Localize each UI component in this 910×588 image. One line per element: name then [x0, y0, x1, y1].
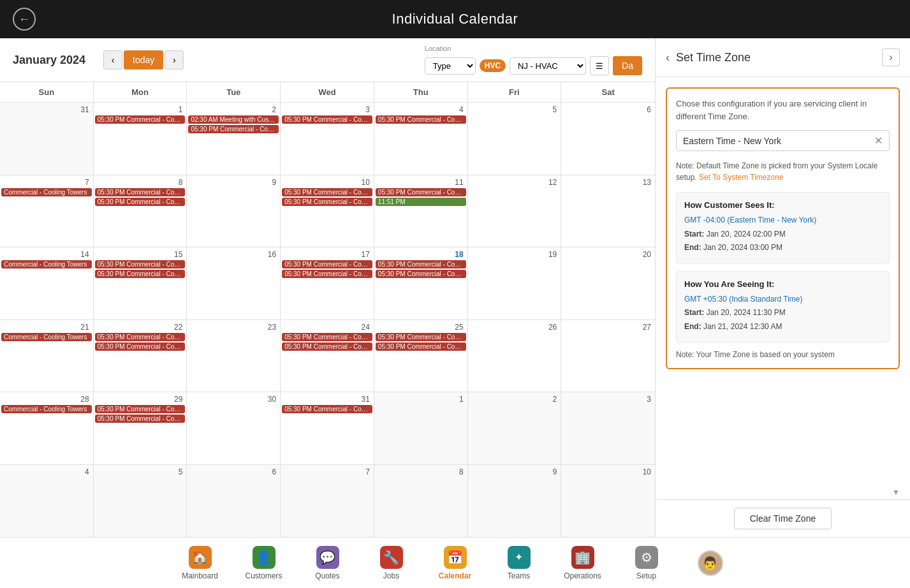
calendar-day[interactable]: 10 — [561, 465, 655, 538]
nav-item-calendar[interactable]: 📅 Calendar — [423, 541, 487, 585]
calendar-event[interactable]: Commercial - Cooling Towers — [1, 405, 92, 413]
calendar-day[interactable]: 6 — [187, 465, 281, 538]
calendar-day[interactable]: 8 — [374, 465, 468, 538]
location-select[interactable]: NJ - HVAC — [510, 57, 586, 75]
calendar-day[interactable]: 21Commercial - Cooling Towers — [0, 320, 94, 392]
timezone-input[interactable] — [683, 136, 874, 146]
set-to-system-timezone-link[interactable]: Set To System Timezone — [699, 173, 784, 182]
calendar-day[interactable]: 7 — [281, 465, 374, 538]
calendar-day[interactable]: 1705:30 PM Commercial - Cooling Towers05… — [281, 247, 374, 320]
calendar-day[interactable]: 105:30 PM Commercial - Cooling Towers — [94, 103, 187, 175]
calendar-event[interactable]: 05:30 PM Commercial - Cooling Towers — [376, 260, 466, 268]
calendar-day[interactable]: 1005:30 PM Commercial - Cooling Towers05… — [281, 175, 374, 247]
clear-timezone-button[interactable]: Clear Time Zone — [734, 508, 832, 529]
calendar-event[interactable]: 05:30 PM Commercial - Cooling Towers — [95, 333, 186, 341]
calendar-event[interactable]: 05:30 PM Commercial - Cooling Towers — [282, 188, 372, 196]
nav-item-quotes[interactable]: 💬 Quotes — [296, 541, 360, 585]
calendar-event[interactable]: Commercial - Cooling Towers — [1, 188, 92, 196]
calendar-event[interactable]: 05:30 PM Commercial - Cooling Towers — [282, 198, 372, 206]
calendar-day[interactable]: 7Commercial - Cooling Towers — [0, 175, 94, 247]
calendar-event[interactable]: 05:30 PM Commercial - Cooling Towers — [376, 342, 466, 351]
nav-item-setup[interactable]: ⚙ Setup — [615, 541, 679, 585]
calendar-day[interactable]: 805:30 PM Commercial - Cooling Towers05:… — [94, 175, 187, 247]
calendar-day[interactable]: 202:30 AM Meeting with Customer05:30 PM … — [187, 103, 281, 175]
type-select[interactable]: Type — [425, 57, 476, 75]
calendar-day[interactable]: 1105:30 PM Commercial - Cooling Towers11… — [374, 175, 468, 247]
calendar-event[interactable]: Commercial - Cooling Towers — [1, 333, 92, 341]
nav-item-mainboard[interactable]: 🏠 Mainboard — [168, 541, 232, 585]
day-number: 31 — [282, 395, 372, 404]
nav-item-customers[interactable]: 👤 Customers — [232, 541, 296, 585]
nav-item-jobs[interactable]: 🔧 Jobs — [360, 541, 423, 585]
calendar-event[interactable]: 05:30 PM Commercial - Cooling Towers — [376, 188, 466, 196]
panel-back-icon[interactable]: ‹ — [666, 51, 670, 64]
calendar-event[interactable]: 05:30 PM Commercial - Cooling Towers — [95, 198, 186, 206]
nav-item-teams[interactable]: ✦ Teams — [487, 541, 551, 585]
calendar-event[interactable]: 05:30 PM Commercial - Cooling Towers — [376, 333, 466, 341]
calendar-event[interactable]: 05:30 PM Commercial - Cooling Towers — [282, 260, 372, 268]
grid-view-button[interactable]: ☰ — [590, 56, 609, 75]
day-number: 8 — [95, 178, 186, 187]
panel-collapse-button[interactable]: › — [882, 48, 900, 66]
calendar-day[interactable]: 27 — [561, 320, 655, 392]
calendar-day[interactable]: 26 — [468, 320, 562, 392]
you-end-line: End: Jan 21, 2024 12:30 AM — [684, 320, 881, 334]
day-button[interactable]: Da — [613, 56, 642, 75]
calendar-day[interactable]: 13 — [561, 175, 655, 247]
timezone-clear-icon[interactable]: ✕ — [874, 135, 883, 147]
calendar-event[interactable]: 11:51 PM — [376, 198, 466, 206]
calendar-day[interactable]: 4 — [0, 465, 94, 538]
calendar-day[interactable]: 12 — [468, 175, 562, 247]
calendar-day[interactable]: 1805:30 PM Commercial - Cooling Towers05… — [374, 247, 468, 320]
calendar-event[interactable]: 05:30 PM Commercial - Cooling Towers — [282, 342, 372, 351]
calendar-day[interactable]: 1 — [374, 392, 468, 464]
calendar-event[interactable]: 05:30 PM Commercial - Cooling Towers — [282, 115, 372, 124]
calendar-day[interactable]: 1505:30 PM Commercial - Cooling Towers05… — [94, 247, 187, 320]
calendar-day[interactable]: 23 — [187, 320, 281, 392]
nav-label-jobs: Jobs — [383, 571, 399, 580]
calendar-event[interactable]: Commercial - Cooling Towers — [1, 260, 92, 268]
calendar-day[interactable]: 2405:30 PM Commercial - Cooling Towers05… — [281, 320, 374, 392]
calendar-event[interactable]: 05:30 PM Commercial - Cooling Towers — [95, 270, 186, 278]
calendar-event[interactable]: 05:30 PM Commercial - Cooling Towers — [376, 115, 466, 124]
calendar-event[interactable]: 05:30 PM Commercial - Cooling Towers — [95, 188, 186, 196]
calendar-day[interactable]: 2505:30 PM Commercial - Cooling Towers05… — [374, 320, 468, 392]
calendar-day[interactable]: 405:30 PM Commercial - Cooling Towers — [374, 103, 468, 175]
calendar-day[interactable]: 14Commercial - Cooling Towers — [0, 247, 94, 320]
next-month-button[interactable]: › — [165, 50, 184, 70]
calendar-day[interactable]: 31 — [0, 103, 94, 175]
calendar-event[interactable]: 05:30 PM Commercial - Cooling Towers — [282, 333, 372, 341]
calendar-day[interactable]: 30 — [187, 392, 281, 464]
calendar-day[interactable]: 5 — [94, 465, 187, 538]
calendar-day[interactable]: 19 — [468, 247, 562, 320]
today-button[interactable]: today — [124, 50, 163, 70]
calendar-day[interactable]: 28Commercial - Cooling Towers — [0, 392, 94, 464]
calendar-day[interactable]: 16 — [187, 247, 281, 320]
calendar-day[interactable]: 5 — [468, 103, 562, 175]
calendar-event[interactable]: 05:30 PM Commercial - Cooling Towers — [376, 270, 466, 278]
calendar-event[interactable]: 05:30 PM Commercial - Cooling Towers — [282, 405, 372, 413]
calendar-day[interactable]: 2 — [468, 392, 562, 464]
calendar-day[interactable]: 20 — [561, 247, 655, 320]
panel-title: Set Time Zone — [676, 51, 751, 64]
calendar-day[interactable]: 6 — [561, 103, 655, 175]
calendar-event[interactable]: 05:30 PM Commercial - Cooling Towers — [95, 115, 186, 124]
calendar-day[interactable]: 2205:30 PM Commercial - Cooling Towers05… — [94, 320, 187, 392]
back-button[interactable]: ← — [13, 8, 36, 31]
calendar-event[interactable]: 02:30 AM Meeting with Customer — [188, 115, 279, 124]
calendar-event[interactable]: 05:30 PM Commercial - Cooling Towers — [95, 405, 186, 413]
calendar-day[interactable]: 9 — [468, 465, 562, 538]
calendar-event[interactable]: 05:30 PM Commercial - Cooling Towers — [188, 125, 279, 133]
calendar-day[interactable]: 2905:30 PM Commercial - Cooling Towers05… — [94, 392, 187, 464]
calendar-event[interactable]: 05:30 PM Commercial - Cooling Towers — [282, 270, 372, 278]
nav-item-operations[interactable]: 🏢 Operations — [551, 541, 615, 585]
calendar-event[interactable]: 05:30 PM Commercial - Cooling Towers — [95, 342, 186, 351]
calendar-day[interactable]: 3105:30 PM Commercial - Cooling Towers — [281, 392, 374, 464]
calendar-event[interactable]: 05:30 PM Commercial - Cooling Towers — [95, 260, 186, 268]
nav-item-avatar[interactable]: 👨 — [679, 545, 742, 581]
calendar-day[interactable]: 305:30 PM Commercial - Cooling Towers — [281, 103, 374, 175]
calendar-event[interactable]: 05:30 PM Commercial - Cooling Towers — [95, 415, 186, 423]
calendar-day[interactable]: 9 — [187, 175, 281, 247]
calendar-day[interactable]: 3 — [561, 392, 655, 464]
prev-month-button[interactable]: ‹ — [103, 50, 122, 70]
